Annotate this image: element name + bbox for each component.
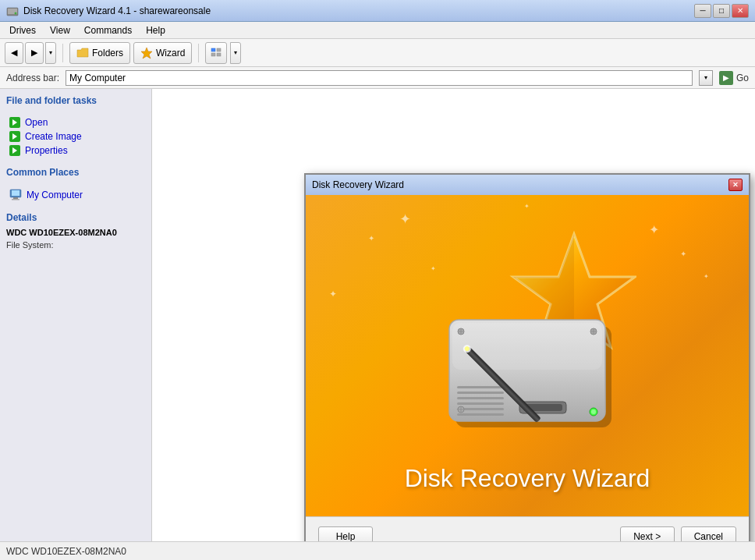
properties-label: Properties [25,145,68,156]
places-section-title: Common Places [6,167,145,181]
view-dropdown-icon: ▾ [234,49,237,56]
window-controls: ─ □ ✕ [694,4,749,18]
sidebar: File and folder tasks Open Create Image [0,89,152,541]
main-content: File and folder tasks Open Create Image [0,89,755,541]
illustration-svg [418,211,636,452]
svg-rect-27 [457,402,504,405]
window-title: Disk Recovery Wizard 4.1 - sharewareonsa… [23,5,211,16]
folders-label: Folders [92,48,123,58]
details-section: Details WDC WD10EZEX-08M2NA0 File System… [6,212,145,250]
go-label[interactable]: Go [736,73,749,83]
sparkle-5: ✦ [524,203,530,210]
properties-arrow-icon [9,145,20,156]
create-image-arrow-icon [9,131,20,142]
sparkle-1: ✦ [399,211,411,228]
svg-rect-15 [12,190,19,196]
address-bar: Address bar: ▾ ▶ Go [0,67,755,89]
svg-point-33 [591,409,596,414]
details-title: Details [6,212,145,223]
view-button[interactable] [205,42,227,64]
my-computer-label: My Computer [27,190,83,200]
menu-commands[interactable]: Commands [78,23,138,37]
svg-rect-16 [13,197,18,199]
sparkle-7: ✦ [329,289,337,299]
sidebar-item-create-image[interactable]: Create Image [6,129,145,144]
details-drive-name: WDC WD10EZEX-08M2NA0 [6,228,145,237]
sparkle-2: ✦ [368,234,374,243]
computer-icon [9,189,22,201]
view-icon [211,48,222,58]
create-image-label: Create Image [25,131,82,142]
svg-rect-4 [211,48,215,51]
minimize-button[interactable]: ─ [694,4,711,18]
menu-help[interactable]: Help [140,23,172,37]
open-label: Open [25,117,48,128]
dialog-disk-recovery-wizard: Disk Recovery Wizard ✕ ✦ ✦ ✦ ✦ ✦ ✦ ✦ ✦ [304,173,750,557]
dialog-app-name: Disk Recovery Wizard [405,464,650,493]
file-area: Disk Recovery Wizard ✕ ✦ ✦ ✦ ✦ ✦ ✦ ✦ ✦ [152,89,755,541]
sidebar-item-open[interactable]: Open [6,115,145,129]
status-bar: WDC WD10EZEX-08M2NA0 [0,541,755,560]
dialog-close-button[interactable]: ✕ [728,179,743,191]
open-arrow-icon [9,117,20,128]
address-bar-label: Address bar: [6,73,59,83]
go-arrow-icon[interactable]: ▶ [719,71,733,85]
close-button[interactable]: ✕ [732,4,749,18]
sparkle-3: ✦ [649,222,659,237]
svg-rect-24 [457,386,504,388]
sparkle-4: ✦ [680,250,686,258]
svg-rect-17 [12,199,19,200]
dialog-content: ✦ ✦ ✦ ✦ ✦ ✦ ✦ ✦ [306,195,749,516]
wizard-icon [140,47,153,59]
go-area: ▶ Go [719,71,749,85]
menu-drives[interactable]: Drives [3,23,42,37]
address-dropdown-icon: ▾ [704,74,707,81]
menu-bar: Drives View Commands Help [0,22,755,39]
dialog-title-bar: Disk Recovery Wizard ✕ [306,175,749,195]
forward-icon: ▶ [31,48,37,58]
address-input[interactable] [66,70,693,86]
sparkle-8: ✦ [704,273,709,280]
forward-button[interactable]: ▶ [25,42,44,64]
toolbar-separator-1 [62,44,63,62]
status-text: WDC WD10EZEX-08M2NA0 [6,546,126,557]
nav-buttons: ◀ ▶ ▾ [5,42,56,64]
wizard-label: Wizard [156,48,185,58]
folder-icon [76,47,89,59]
sidebar-item-my-computer[interactable]: My Computer [6,187,145,203]
toolbar-separator-2 [198,44,199,62]
svg-rect-6 [211,53,215,56]
folders-button[interactable]: Folders [69,42,130,64]
back-icon: ◀ [11,48,17,58]
dialog-title-label: Disk Recovery Wizard [312,179,404,190]
view-dropdown-button[interactable]: ▾ [230,42,241,64]
tasks-section-title: File and folder tasks [6,95,145,109]
nav-dropdown-button[interactable]: ▾ [45,42,56,64]
svg-rect-23 [452,323,602,370]
svg-rect-5 [217,48,221,51]
svg-rect-7 [217,53,221,56]
wizard-button[interactable]: Wizard [133,42,192,64]
svg-point-2 [15,12,17,14]
svg-rect-26 [457,397,504,399]
tasks-section: File and folder tasks Open Create Image [6,95,145,158]
back-button[interactable]: ◀ [5,42,23,64]
svg-marker-3 [141,48,152,58]
title-bar: Disk Recovery Wizard 4.1 - sharewareonsa… [0,0,755,22]
toolbar: ◀ ▶ ▾ Folders Wizard ▾ [0,39,755,67]
sidebar-item-properties[interactable]: Properties [6,144,145,158]
menu-view[interactable]: View [44,23,76,37]
svg-rect-29 [457,413,504,416]
details-filesystem-label: File System: [6,240,145,250]
dialog-close-icon: ✕ [732,181,739,189]
svg-rect-25 [457,392,504,394]
maximize-button[interactable]: □ [713,4,730,18]
dropdown-icon: ▾ [49,49,52,56]
app-icon [6,5,19,17]
places-section: Common Places My Computer [6,167,145,203]
address-dropdown-button[interactable]: ▾ [699,70,713,86]
